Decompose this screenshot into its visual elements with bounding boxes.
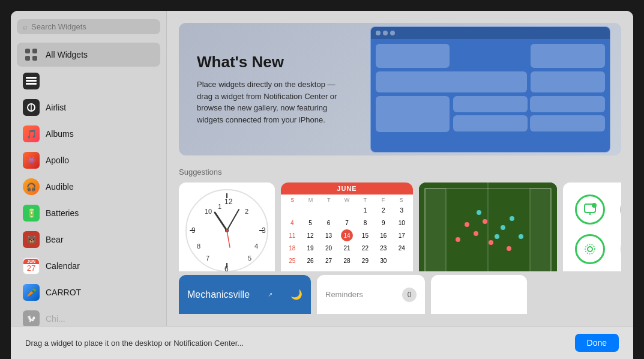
svg-rect-34 — [530, 189, 551, 271]
svg-point-43 — [489, 240, 493, 245]
search-input[interactable] — [31, 22, 154, 31]
app-icon-calendar: JUN 27 — [23, 258, 40, 274]
svg-rect-5 — [26, 80, 37, 82]
done-button[interactable]: Done — [575, 334, 619, 352]
reminders-label: Reminders — [325, 290, 363, 299]
sidebar: ⌕ All Widgets — [11, 11, 167, 326]
calendar-days-grid: 1 2 3 4 5 6 7 8 9 10 11 12 13 14 15 16 1 — [281, 203, 413, 268]
svg-rect-6 — [26, 83, 37, 85]
sidebar-item-carrot[interactable]: 🥕 CARROT — [17, 280, 160, 304]
calendar-days-header: S M T W T F S — [281, 195, 413, 203]
svg-text:3: 3 — [262, 226, 266, 235]
svg-text:8: 8 — [197, 243, 200, 250]
app-icon-bear: 🐻 — [23, 231, 40, 248]
bottom-bar-text: Drag a widget to place it on the desktop… — [25, 339, 244, 348]
svg-point-29 — [226, 229, 228, 232]
app-icon-carrot: 🥕 — [23, 284, 40, 301]
weather-arrow: ↗ — [268, 291, 272, 298]
svg-text:4: 4 — [254, 243, 258, 250]
svg-point-37 — [483, 219, 487, 224]
hero-image — [359, 23, 621, 155]
reminders-count: 0 — [402, 288, 417, 302]
utility-icon-4 — [621, 234, 621, 264]
sidebar-item-all-widgets[interactable]: All Widgets — [17, 43, 160, 67]
clock-widget[interactable]: 12 6 9 3 2 4 10 8 1 5 7 — [179, 183, 275, 271]
sidebar-item-label-apollo: Apollo — [46, 155, 69, 165]
sidebar-item-label-airlist: Airlist — [46, 103, 66, 112]
widget-ph-9 — [530, 115, 604, 131]
utility-widget[interactable] — [563, 183, 621, 271]
svg-rect-2 — [25, 56, 30, 61]
suggestions-label: Suggestions — [179, 167, 621, 176]
app-icon-chipmunk: 🐿 — [23, 310, 40, 326]
sidebar-item-label: All Widgets — [46, 50, 88, 59]
sidebar-item-label-batteries: Batteries — [46, 208, 79, 218]
app-icon-airlist — [23, 99, 40, 116]
sidebar-item-chipmunk[interactable]: 🐿 Chi... — [17, 307, 160, 326]
sidebar-item-apollo[interactable]: 👾 Apollo — [17, 148, 160, 172]
calendar-widget[interactable]: JUNE S M T W T F S 1 2 3 — [281, 183, 413, 271]
sidebar-item-batteries[interactable]: 🔋 Batteries — [17, 201, 160, 225]
titlebar-dot-1 — [376, 31, 381, 35]
widget-ph-3 — [376, 71, 528, 92]
sidebar-item-albums[interactable]: 🎵 Albums — [17, 122, 160, 146]
widget-ph-4 — [531, 71, 604, 92]
svg-text:12: 12 — [224, 198, 233, 206]
svg-point-35 — [465, 222, 469, 227]
svg-point-52 — [585, 244, 595, 254]
svg-text:1: 1 — [218, 203, 221, 210]
hero-section: What's New Place widgets directly on the… — [179, 23, 621, 155]
svg-point-51 — [588, 247, 592, 252]
svg-point-42 — [519, 234, 523, 239]
svg-text:9: 9 — [191, 226, 196, 235]
desktop-titlebar — [371, 27, 610, 39]
sidebar-item-label-calendar: Calendar — [46, 261, 80, 271]
widget-ph-6 — [453, 96, 528, 112]
content-area: What's New Place widgets directly on the… — [167, 11, 633, 326]
svg-text:6: 6 — [224, 265, 229, 271]
all-widgets-icon — [23, 46, 40, 63]
svg-point-41 — [456, 237, 460, 242]
app-icon-albums: 🎵 — [23, 125, 40, 142]
svg-point-36 — [474, 231, 478, 236]
sidebar-item-label-albums: Albums — [46, 129, 74, 139]
desktop-preview — [370, 26, 610, 152]
sidebar-item-calendar[interactable]: JUN 27 Calendar — [17, 254, 160, 278]
titlebar-dot-2 — [383, 31, 388, 35]
widget-ph-1 — [376, 44, 450, 68]
svg-point-40 — [495, 234, 499, 239]
main-container: ⌕ All Widgets — [11, 11, 633, 326]
weather-moon-icon: 🌙 — [290, 289, 302, 300]
reminders-widget-partial[interactable]: Reminders 0 — [317, 275, 425, 314]
app-icon-batteries: 🔋 — [23, 205, 40, 222]
sports-widget[interactable] — [419, 183, 557, 271]
desktop-body — [371, 39, 610, 137]
bottom-bar: Drag a widget to place it on the desktop… — [11, 326, 633, 359]
svg-point-45 — [507, 246, 511, 251]
search-icon: ⌕ — [23, 22, 28, 31]
sidebar-item-label-chipmunk: Chi... — [46, 314, 65, 324]
titlebar-dot-3 — [390, 31, 395, 35]
svg-rect-0 — [25, 49, 30, 53]
utility-icon-3 — [575, 234, 605, 264]
sidebar-item-bear[interactable]: 🐻 Bear — [17, 228, 160, 252]
sidebar-item-black[interactable] — [17, 69, 160, 93]
sidebar-item-audible[interactable]: 🎧 Audible — [17, 175, 160, 199]
sidebar-item-label-audible: Audible — [46, 182, 74, 192]
sidebar-item-label-bear: Bear — [46, 235, 64, 244]
svg-text:5: 5 — [248, 255, 251, 262]
svg-point-44 — [477, 210, 481, 215]
sidebar-item-airlist[interactable]: Airlist — [17, 95, 160, 119]
hero-text: What's New Place widgets directly on the… — [179, 23, 359, 155]
widget-ph-2 — [531, 44, 604, 68]
svg-rect-3 — [32, 56, 37, 61]
hero-title: What's New — [197, 53, 341, 71]
app-icon-audible: 🎧 — [23, 178, 40, 195]
weather-widget-partial[interactable]: Mechanicsville ↗ 🌙 — [179, 275, 311, 314]
svg-point-38 — [501, 225, 505, 230]
svg-rect-33 — [425, 189, 446, 271]
search-bar[interactable]: ⌕ — [17, 19, 160, 34]
svg-text:10: 10 — [205, 208, 212, 215]
svg-point-39 — [510, 216, 514, 221]
chipmunk-widget-partial[interactable] — [431, 275, 527, 314]
